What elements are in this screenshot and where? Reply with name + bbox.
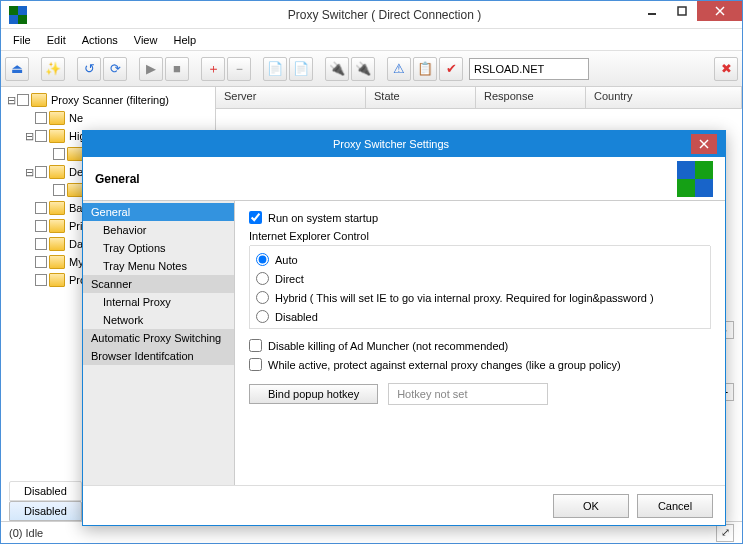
nav-item[interactable]: Network [83,311,234,329]
nav-item[interactable]: Scanner [83,275,234,293]
play-icon[interactable]: ▶ [139,57,163,81]
radio-disabled[interactable]: Disabled [256,307,704,326]
dialog-logo-icon [677,161,713,197]
nav-item[interactable]: Browser Identifcation [83,347,234,365]
doc-icon[interactable]: 📋 [413,57,437,81]
menu-edit[interactable]: Edit [39,32,74,48]
radio-hybrid[interactable]: Hybrid ( This will set IE to go via inte… [256,288,704,307]
dialog-main: Run on system startup Internet Explorer … [235,201,725,485]
col-server[interactable]: Server [216,87,366,108]
wand-icon[interactable]: ✨ [41,57,65,81]
col-country[interactable]: Country [586,87,742,108]
nav-item[interactable]: General [83,203,234,221]
status-idle: (0) Idle [9,527,43,539]
close-button[interactable] [697,1,742,21]
menu-file[interactable]: File [5,32,39,48]
alert-icon[interactable]: ⚠ [387,57,411,81]
chk-admuncher-input[interactable] [249,339,262,352]
menubar: File Edit Actions View Help [1,29,742,51]
svg-rect-1 [678,7,686,15]
radio-direct[interactable]: Direct [256,269,704,288]
radio-auto[interactable]: Auto [256,250,704,269]
nav-item[interactable]: Tray Menu Notes [83,257,234,275]
settings-dialog: Proxy Switcher Settings General GeneralB… [82,130,726,526]
plug1-icon[interactable]: 🔌 [325,57,349,81]
chk-run-startup-input[interactable] [249,211,262,224]
dialog-title: Proxy Switcher Settings [91,138,691,150]
chk-protect[interactable]: While active, protect against external p… [249,358,711,371]
tab-disabled-2[interactable]: Disabled [9,481,82,501]
remove-icon[interactable]: － [227,57,251,81]
add-icon[interactable]: ＋ [201,57,225,81]
col-state[interactable]: State [366,87,476,108]
dialog-header-label: General [95,172,140,186]
ok-button[interactable]: OK [553,494,629,518]
delete-icon[interactable]: ✖ [714,57,738,81]
ie-control-group: Auto Direct Hybrid ( This will set IE to… [249,246,711,329]
nav-item[interactable]: Tray Options [83,239,234,257]
chk-admuncher[interactable]: Disable killing of Ad Muncher (not recom… [249,339,711,352]
maximize-button[interactable] [667,1,697,21]
check-icon[interactable]: ✔ [439,57,463,81]
nav-item[interactable]: Automatic Proxy Switching [83,329,234,347]
col-response[interactable]: Response [476,87,586,108]
minimize-button[interactable] [637,1,667,21]
menu-actions[interactable]: Actions [74,32,126,48]
page2-icon[interactable]: 📄 [289,57,313,81]
tree-node[interactable]: Ne [5,109,211,127]
page1-icon[interactable]: 📄 [263,57,287,81]
dialog-close-button[interactable] [691,134,717,154]
window-title: Proxy Switcher ( Direct Connection ) [35,8,734,22]
chk-run-startup[interactable]: Run on system startup [249,211,711,224]
ie-control-label: Internet Explorer Control [249,230,711,242]
plug2-icon[interactable]: 🔌 [351,57,375,81]
cancel-button[interactable]: Cancel [637,494,713,518]
stop-icon[interactable]: ■ [165,57,189,81]
search-input[interactable] [469,58,589,80]
nav-item[interactable]: Behavior [83,221,234,239]
menu-view[interactable]: View [126,32,166,48]
titlebar: Proxy Switcher ( Direct Connection ) [1,1,742,29]
nav-item[interactable]: Internal Proxy [83,293,234,311]
chk-protect-input[interactable] [249,358,262,371]
bind-hotkey-button[interactable]: Bind popup hotkey [249,384,378,404]
tree-root[interactable]: ⊟ Proxy Scanner (filtering) [5,91,211,109]
hotkey-field[interactable]: Hotkey not set [388,383,548,405]
eject-icon[interactable]: ⏏ [5,57,29,81]
refresh2-icon[interactable]: ⟳ [103,57,127,81]
tab-disabled-1[interactable]: Disabled [9,501,82,521]
refresh-icon[interactable]: ↺ [77,57,101,81]
expand-icon[interactable]: ⤢ [716,524,734,542]
dialog-titlebar: Proxy Switcher Settings [83,131,725,157]
dialog-nav: GeneralBehaviorTray OptionsTray Menu Not… [83,201,235,485]
app-logo-icon [9,6,27,24]
toolbar: ⏏ ✨ ↺ ⟳ ▶ ■ ＋ － 📄 📄 🔌 🔌 ⚠ 📋 ✔ ✖ [1,51,742,87]
menu-help[interactable]: Help [165,32,204,48]
